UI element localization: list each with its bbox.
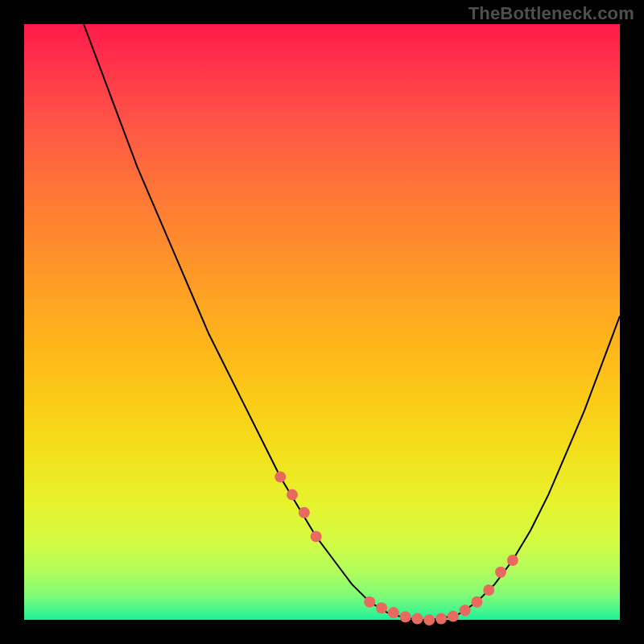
marker-dot xyxy=(460,605,471,616)
watermark-label: TheBottleneck.com xyxy=(469,3,634,24)
marker-dot xyxy=(448,611,459,622)
marker-dot xyxy=(423,614,435,625)
marker-dot xyxy=(275,471,286,482)
marker-dot xyxy=(388,607,399,618)
curve-path xyxy=(84,24,620,620)
marker-dot xyxy=(400,611,411,622)
marker-dot xyxy=(471,597,482,608)
marker-dot xyxy=(364,597,375,608)
marker-dot xyxy=(299,507,310,518)
marker-dot xyxy=(411,613,423,625)
marker-dot xyxy=(483,584,494,596)
plot-area xyxy=(24,24,620,620)
marker-dot xyxy=(376,602,387,613)
bottleneck-curve-svg xyxy=(24,24,620,620)
marker-dot xyxy=(436,613,447,625)
marker-dot xyxy=(495,567,506,578)
curve-markers xyxy=(275,471,518,625)
chart-container: TheBottleneck.com xyxy=(0,0,644,644)
marker-dot xyxy=(507,555,518,566)
marker-dot xyxy=(311,530,322,542)
marker-dot xyxy=(287,489,298,501)
